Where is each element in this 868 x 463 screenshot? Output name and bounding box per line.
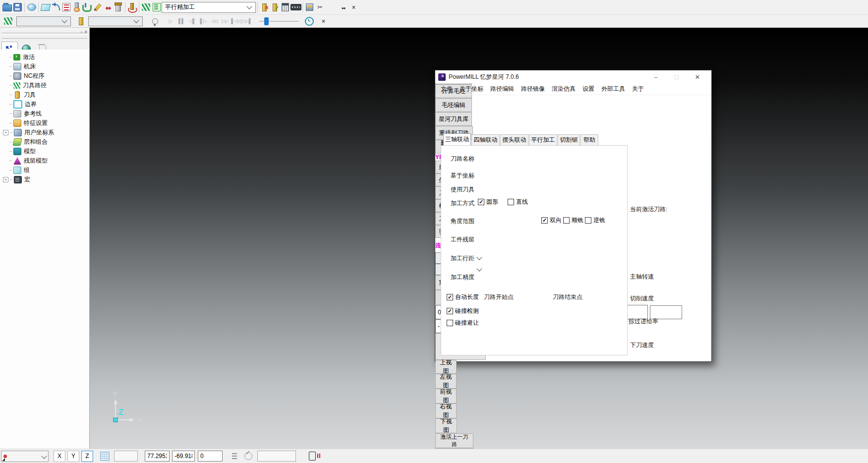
toolpath-strategies-button[interactable] [61, 1, 71, 13]
tab-4axis[interactable]: 四轴联动 [471, 134, 500, 145]
axis-z-button[interactable]: Z [81, 451, 93, 462]
probe-button[interactable] [243, 450, 253, 462]
tool-delete-button[interactable] [259, 1, 270, 13]
bidirectional-checkbox[interactable] [541, 217, 548, 224]
auto-length-checkbox[interactable] [447, 294, 453, 300]
tab-parallel[interactable]: 平行加工 [529, 134, 557, 145]
tab-3axis[interactable]: 三轴联动 [443, 133, 471, 145]
open-project-button[interactable] [2, 1, 12, 13]
tab-tilt-head[interactable]: 摆头联动 [500, 134, 528, 145]
tool-holder-button[interactable] [113, 1, 123, 13]
collision-check-option[interactable]: 碰撞检测 [447, 307, 479, 315]
menu-render-simulate[interactable]: 渲染仿真 [548, 85, 579, 93]
tree-item-feature-sets[interactable]: 特征设置 [0, 118, 89, 128]
tree-item-toolpaths[interactable]: 刀具路径 [0, 81, 89, 90]
tree-item-workplanes[interactable]: +用户坐标系 [0, 128, 89, 137]
draw-options-dropdown[interactable] [1, 451, 49, 462]
dialog-close-button[interactable]: ✕ [689, 70, 706, 83]
line-checkbox[interactable] [508, 199, 514, 205]
tool-library-button[interactable]: 星河刀具库 [435, 112, 472, 126]
collision-check-checkbox[interactable] [447, 308, 453, 314]
strategy-preset-dropdown[interactable]: 平行精加工 [162, 2, 256, 13]
numpad-button[interactable] [290, 1, 301, 13]
play-button[interactable]: ▷ [165, 16, 176, 26]
highlight-button[interactable] [150, 15, 160, 27]
tree-item-stock-models[interactable]: 残留模型 [0, 156, 89, 166]
tree-item-nc-program[interactable]: NC程序 [0, 71, 89, 81]
calculator-button[interactable] [280, 1, 290, 13]
tree-item-patterns[interactable]: 参考线 [0, 109, 89, 118]
stock-edit-button[interactable]: 毛坯编辑 [435, 98, 472, 112]
dialog-minimize-button[interactable]: – [647, 70, 664, 83]
step-back-button[interactable]: ◁▌ [187, 16, 198, 26]
rewind-button[interactable]: ◁◁ [209, 16, 220, 26]
panel-float-button[interactable]: ◦ [81, 29, 83, 35]
boundary-button[interactable] [92, 1, 103, 13]
axis-x-button[interactable]: X [54, 451, 65, 462]
view-right-button[interactable]: 右视图 [435, 404, 457, 418]
go-to-end-button[interactable]: ▷▷▌ [241, 16, 252, 26]
save-project-button[interactable] [12, 1, 23, 13]
slider-handle[interactable] [264, 17, 269, 25]
axis-y-button[interactable]: Y [67, 451, 79, 462]
tool-button[interactable] [71, 1, 82, 13]
powermill-button[interactable] [141, 1, 151, 13]
tool-verify-button[interactable] [270, 1, 280, 13]
view-top-button[interactable]: 上视图 [435, 360, 457, 374]
cursor-y-input[interactable] [172, 451, 195, 462]
activate-previous-toolpath-button[interactable]: 激活上一刀路 [435, 433, 473, 448]
search-button[interactable] [338, 1, 348, 13]
method-circle-option[interactable]: 圆形 [478, 198, 498, 206]
tree-item-boundaries[interactable]: 边界 [0, 100, 89, 109]
climb-checkbox[interactable] [563, 217, 570, 224]
collision-avoid-option[interactable]: 碰撞避让 [447, 319, 479, 327]
menu-path-edit[interactable]: 路径编辑 [487, 85, 518, 93]
measure-input[interactable] [257, 451, 296, 462]
collision-avoid-checkbox[interactable] [447, 320, 453, 326]
menu-about-coords[interactable]: 关于坐标 [456, 85, 487, 93]
simulation-tool-dropdown[interactable] [88, 16, 143, 26]
menu-settings[interactable]: 设置 [579, 85, 598, 93]
method-line-option[interactable]: 直线 [508, 198, 528, 206]
clamp-button[interactable] [304, 1, 315, 13]
tab-saw[interactable]: 切割锯 [558, 134, 580, 145]
block-button[interactable] [40, 1, 51, 13]
fast-forward-button[interactable]: ▷▷ [220, 16, 231, 26]
bidirectional-option[interactable]: 双向 [541, 216, 562, 225]
tree-item-macros[interactable]: +宏 [0, 175, 89, 184]
climb-option[interactable]: 顺铣 [563, 216, 583, 225]
coordinate-list-toggle[interactable] [230, 450, 240, 462]
grid-size-input[interactable] [114, 451, 138, 462]
cut-button[interactable] [315, 1, 325, 13]
tree-item-machine[interactable]: 机床 [0, 62, 89, 71]
conventional-option[interactable]: 逆铣 [585, 216, 605, 225]
grid-toggle-button[interactable] [98, 450, 111, 462]
auto-length-option[interactable]: 自动长度 [447, 293, 479, 301]
go-to-start-button[interactable]: ▌◁◁ [231, 16, 241, 26]
pause-output-button[interactable] [307, 450, 317, 462]
points-button[interactable] [103, 1, 113, 13]
pattern-button[interactable] [51, 1, 61, 13]
drilling-button[interactable] [127, 1, 137, 13]
expander-icon[interactable]: + [3, 130, 8, 135]
expander-icon[interactable]: + [3, 177, 8, 182]
step-forward-button[interactable]: ▌▷ [198, 16, 209, 26]
panel-close-button[interactable]: × [84, 29, 87, 35]
menu-external-tools[interactable]: 外部工具 [598, 85, 629, 93]
strategy-browser-button[interactable] [151, 1, 162, 13]
pause-button[interactable]: ▌▌ [176, 16, 187, 26]
toolbar-close-button[interactable]: × [348, 1, 359, 13]
tree-item-tools[interactable]: 刀具 [0, 90, 89, 100]
tree-item-models[interactable]: 模型 [0, 147, 89, 156]
tree-item-activate[interactable]: 激活 [0, 53, 89, 62]
panel-grip[interactable] [2, 29, 87, 33]
cursor-z-input[interactable] [198, 451, 223, 462]
simulation-speed-slider[interactable] [259, 16, 299, 26]
menu-file[interactable]: 文件 [437, 85, 456, 93]
view-front-button[interactable]: 前视图 [435, 389, 457, 404]
collision-check-button[interactable] [82, 1, 92, 13]
circle-checkbox[interactable] [478, 199, 484, 205]
dialog-maximize-button[interactable]: □ [668, 70, 685, 83]
tab-help[interactable]: 帮助 [580, 134, 598, 145]
view-left-button[interactable]: 左视图 [435, 374, 457, 389]
